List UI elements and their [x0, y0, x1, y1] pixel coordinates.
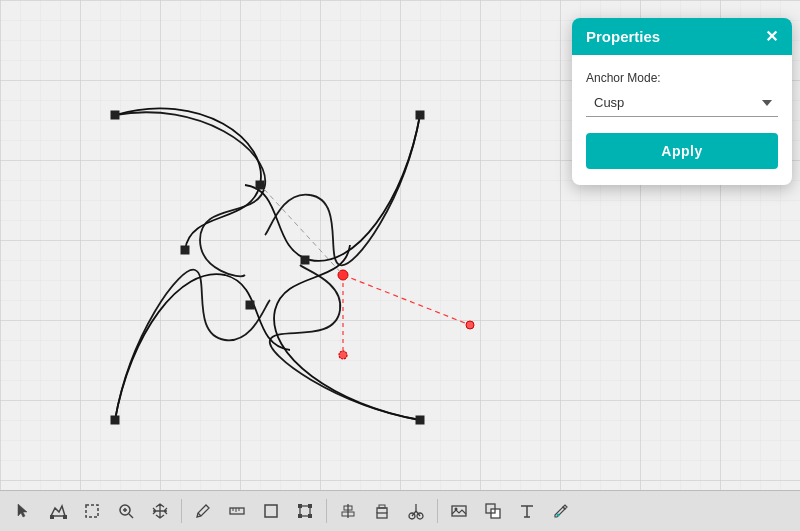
- zoom-tool[interactable]: [110, 495, 142, 527]
- svg-rect-32: [298, 514, 302, 518]
- text-tool[interactable]: [511, 495, 543, 527]
- pen-tool[interactable]: [545, 495, 577, 527]
- anchor-mode-select[interactable]: Cusp Smooth Symmetric: [586, 89, 778, 117]
- node-edit-tool[interactable]: [42, 495, 74, 527]
- svg-point-49: [557, 514, 560, 517]
- panel-header: Properties ✕: [572, 18, 792, 55]
- select-tool[interactable]: [8, 495, 40, 527]
- crop-tool[interactable]: [76, 495, 108, 527]
- panel-title: Properties: [586, 28, 660, 45]
- properties-panel: Properties ✕ Anchor Mode: Cusp Smooth Sy…: [572, 18, 792, 185]
- svg-rect-24: [230, 508, 244, 514]
- svg-rect-16: [50, 515, 54, 519]
- anchor-mode-label: Anchor Mode:: [586, 71, 778, 85]
- toolbar-separator-3: [437, 499, 438, 523]
- svg-line-20: [129, 514, 133, 518]
- svg-rect-33: [308, 514, 312, 518]
- svg-point-14: [466, 321, 474, 329]
- cut-tool[interactable]: [400, 495, 432, 527]
- toolbar-separator-1: [181, 499, 182, 523]
- svg-rect-8: [301, 256, 309, 264]
- svg-rect-38: [379, 505, 385, 508]
- anchor-mode-dropdown-wrapper: Cusp Smooth Symmetric: [586, 89, 778, 117]
- pan-tool[interactable]: [144, 495, 176, 527]
- panel-body: Anchor Mode: Cusp Smooth Symmetric Apply: [572, 55, 792, 185]
- transform-tool[interactable]: [289, 495, 321, 527]
- svg-rect-5: [111, 416, 119, 424]
- toolbar-separator-2: [326, 499, 327, 523]
- ruler-tool[interactable]: [221, 495, 253, 527]
- svg-rect-2: [111, 111, 119, 119]
- svg-rect-44: [452, 506, 466, 516]
- svg-rect-28: [265, 505, 277, 517]
- svg-rect-7: [181, 246, 189, 254]
- svg-rect-30: [298, 504, 302, 508]
- pencil-tool[interactable]: [187, 495, 219, 527]
- svg-rect-37: [377, 513, 387, 518]
- svg-rect-31: [308, 504, 312, 508]
- svg-rect-6: [256, 181, 264, 189]
- print-tool[interactable]: [366, 495, 398, 527]
- image-tool[interactable]: [443, 495, 475, 527]
- svg-rect-17: [63, 515, 67, 519]
- svg-point-15: [339, 351, 347, 359]
- svg-line-23: [198, 513, 201, 516]
- svg-rect-3: [416, 111, 424, 119]
- toolbar: [0, 490, 800, 531]
- svg-rect-18: [86, 505, 98, 517]
- svg-rect-4: [416, 416, 424, 424]
- arrange-tool[interactable]: [477, 495, 509, 527]
- rect-tool[interactable]: [255, 495, 287, 527]
- svg-rect-9: [246, 301, 254, 309]
- apply-button[interactable]: Apply: [586, 133, 778, 169]
- close-button[interactable]: ✕: [765, 29, 778, 45]
- align-tool[interactable]: [332, 495, 364, 527]
